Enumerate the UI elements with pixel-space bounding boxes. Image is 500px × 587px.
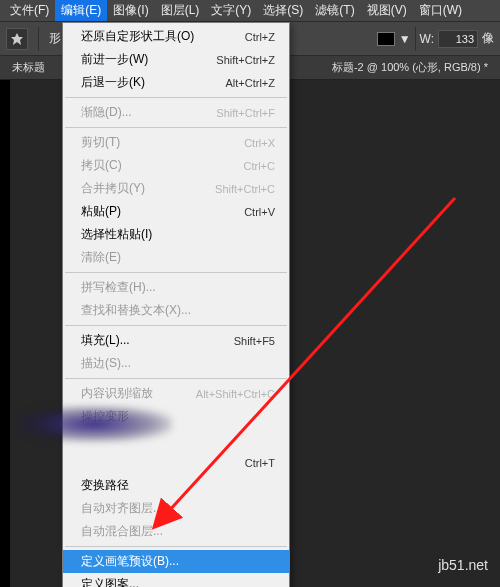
menu-item-label: 合并拷贝(Y) (81, 180, 145, 197)
menu-edit[interactable]: 编辑(E) (55, 0, 107, 21)
menu-item[interactable]: 前进一步(W)Shift+Ctrl+Z (63, 48, 289, 71)
menu-item[interactable]: 后退一步(K)Alt+Ctrl+Z (63, 71, 289, 94)
menu-item-shortcut: Ctrl+X (244, 137, 275, 149)
menu-item: 拷贝(C)Ctrl+C (63, 154, 289, 177)
menu-filter[interactable]: 滤镜(T) (309, 0, 360, 21)
menu-separator (65, 546, 287, 547)
menu-separator (65, 378, 287, 379)
menu-item-label: 自动混合图层... (81, 523, 163, 540)
menu-item[interactable]: 定义画笔预设(B)... (63, 550, 289, 573)
menu-item[interactable]: Ctrl+T (63, 451, 289, 474)
menu-item-shortcut: Shift+Ctrl+C (215, 183, 275, 195)
menu-item-label: 定义图案... (81, 576, 139, 587)
menu-item: 自动对齐图层... (63, 497, 289, 520)
menu-item-shortcut: Ctrl+C (244, 160, 275, 172)
menu-item: 内容识别缩放Alt+Shift+Ctrl+C (63, 382, 289, 405)
menu-item: 渐隐(D)...Shift+Ctrl+F (63, 101, 289, 124)
watermark: jb51.net (438, 557, 488, 573)
shape-mode-label: 形 (49, 30, 61, 47)
menu-item: 自动混合图层... (63, 520, 289, 543)
width-label: W: (420, 32, 434, 46)
menu-item[interactable]: 粘贴(P)Ctrl+V (63, 200, 289, 223)
menu-item-label: 描边(S)... (81, 355, 131, 372)
menu-separator (65, 325, 287, 326)
menu-item-label: 内容识别缩放 (81, 385, 153, 402)
toolbar-separator (415, 27, 416, 51)
menu-item-shortcut: Ctrl+T (245, 457, 275, 469)
menu-item[interactable]: 还原自定形状工具(O)Ctrl+Z (63, 25, 289, 48)
shape-mode-dropdown[interactable]: 形 (49, 30, 61, 47)
menu-item-shortcut: Ctrl+Z (245, 31, 275, 43)
menu-item-label: 渐隐(D)... (81, 104, 132, 121)
menu-item[interactable]: 变换路径 (63, 474, 289, 497)
menu-item-shortcut: Ctrl+V (244, 206, 275, 218)
menu-item: 描边(S)... (63, 352, 289, 375)
menu-item: 查找和替换文本(X)... (63, 299, 289, 322)
menu-file[interactable]: 文件(F) (4, 0, 55, 21)
menu-item: 拼写检查(H)... (63, 276, 289, 299)
menu-item-label (81, 454, 93, 471)
toolbar-separator (38, 27, 39, 51)
menu-item-label: 定义画笔预设(B)... (81, 553, 179, 570)
menu-item-label: 拷贝(C) (81, 157, 122, 174)
custom-shape-icon (10, 32, 24, 46)
menu-item-label: 剪切(T) (81, 134, 120, 151)
menu-window[interactable]: 窗口(W) (413, 0, 468, 21)
menu-item[interactable]: 定义图案... (63, 573, 289, 587)
edit-menu-dropdown: 还原自定形状工具(O)Ctrl+Z前进一步(W)Shift+Ctrl+Z后退一步… (62, 22, 290, 587)
menu-item-label: 变换路径 (81, 477, 129, 494)
menu-item-shortcut: Alt+Ctrl+Z (225, 77, 275, 89)
menu-separator (65, 272, 287, 273)
menu-item-label: 自动对齐图层... (81, 500, 163, 517)
document-tab[interactable]: 标题-2 @ 100% (心形, RGB/8) * (326, 58, 494, 77)
width-input[interactable] (438, 30, 478, 48)
menu-item: 清除(E) (63, 246, 289, 269)
menu-image[interactable]: 图像(I) (107, 0, 154, 21)
menu-item-label: 拼写检查(H)... (81, 279, 156, 296)
menu-item: 合并拷贝(Y)Shift+Ctrl+C (63, 177, 289, 200)
canvas-edge (0, 80, 10, 587)
menu-item-label: 后退一步(K) (81, 74, 145, 91)
menu-item-shortcut: Shift+Ctrl+F (216, 107, 275, 119)
menu-type[interactable]: 文字(Y) (205, 0, 257, 21)
menu-view[interactable]: 视图(V) (361, 0, 413, 21)
menu-item-shortcut: Shift+F5 (234, 335, 275, 347)
menu-item[interactable]: 选择性粘贴(I) (63, 223, 289, 246)
menu-separator (65, 97, 287, 98)
menu-item-label: 查找和替换文本(X)... (81, 302, 191, 319)
menu-bar: 文件(F) 编辑(E) 图像(I) 图层(L) 文字(Y) 选择(S) 滤镜(T… (0, 0, 500, 22)
svg-marker-0 (11, 33, 23, 45)
menu-item: 剪切(T)Ctrl+X (63, 131, 289, 154)
fill-swatch[interactable] (377, 32, 395, 46)
document-tab[interactable]: 未标题 (6, 58, 51, 77)
menu-item-label: 还原自定形状工具(O) (81, 28, 194, 45)
menu-item-label: 填充(L)... (81, 332, 130, 349)
menu-item-shortcut: Shift+Ctrl+Z (216, 54, 275, 66)
menu-item-label: 前进一步(W) (81, 51, 148, 68)
width-unit: 像 (482, 30, 494, 47)
annotation-blur (16, 406, 172, 442)
chevron-down-icon: ▼ (399, 32, 411, 46)
menu-item-label: 清除(E) (81, 249, 121, 266)
menu-item-label: 粘贴(P) (81, 203, 121, 220)
menu-separator (65, 127, 287, 128)
menu-select[interactable]: 选择(S) (257, 0, 309, 21)
menu-item[interactable]: 填充(L)...Shift+F5 (63, 329, 289, 352)
tool-icon[interactable] (6, 28, 28, 50)
menu-layer[interactable]: 图层(L) (155, 0, 206, 21)
menu-item-shortcut: Alt+Shift+Ctrl+C (196, 388, 275, 400)
menu-item-label: 选择性粘贴(I) (81, 226, 152, 243)
